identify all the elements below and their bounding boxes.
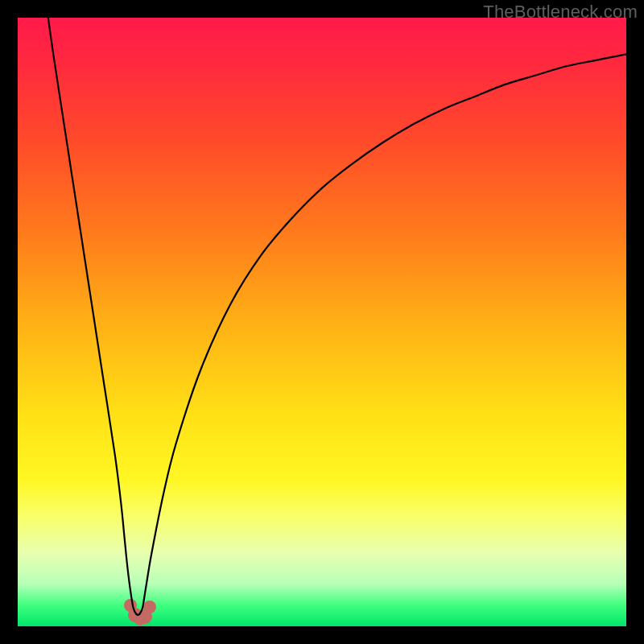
- minimum-marker-dot: [134, 614, 146, 625]
- bottleneck-chart: [18, 18, 626, 626]
- minimum-marker-dot: [143, 601, 156, 613]
- outer-black-frame: TheBottleneck.com: [0, 0, 644, 644]
- watermark-text: TheBottleneck.com: [483, 2, 638, 23]
- gradient-background: [18, 18, 626, 626]
- plot-area: [18, 18, 626, 626]
